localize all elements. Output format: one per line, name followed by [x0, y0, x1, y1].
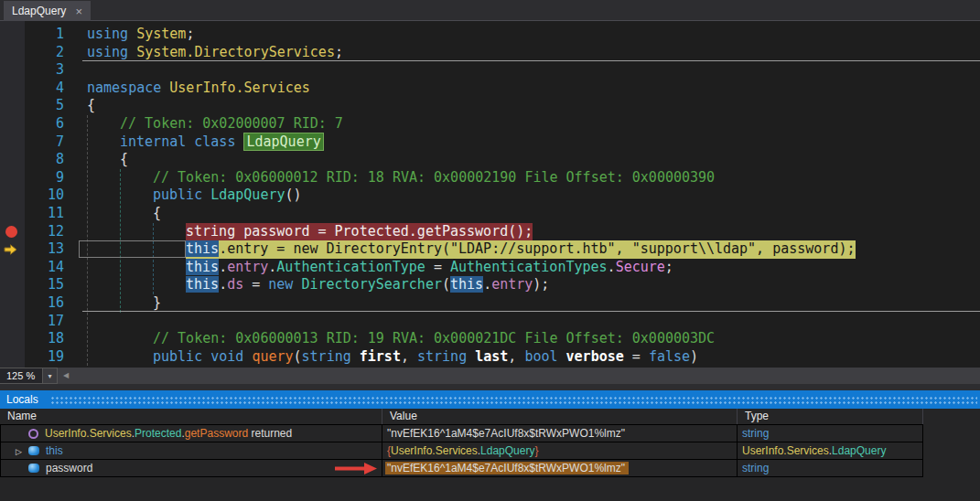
syntax-token: .: [219, 259, 227, 275]
syntax-token: password: [46, 462, 92, 474]
syntax-token: // Token: 0x02000007 RID: 7: [120, 115, 343, 132]
code-line-text: // Token: 0x06000013 RID: 19 RVA: 0x0000…: [153, 330, 715, 348]
syntax-token: first: [360, 348, 401, 365]
code-line-text: this.entry = new DirectoryEntry("LDAP://…: [186, 240, 856, 259]
syntax-token: LdapQuery: [832, 444, 886, 457]
line-number: 9: [0, 169, 64, 187]
code-line[interactable]: 1using System;: [0, 26, 980, 44]
code-line[interactable]: 10public LdapQuery(): [0, 187, 980, 205]
tab-ldapquery[interactable]: LdapQuery ×: [4, 1, 91, 21]
code-line[interactable]: 4namespace UserInfo.Services: [0, 80, 980, 98]
syntax-token: Secure: [616, 259, 665, 275]
locals-column-headers: Name Value Type: [0, 409, 923, 424]
locals-row[interactable]: UserInfo.Services.Protected.getPassword …: [0, 425, 923, 442]
locals-row[interactable]: password"nvEfEK16^1aM4$e7AcIUf8x$tRWxPWO…: [0, 460, 923, 477]
locals-name-cell: UserInfo.Services.Protected.getPassword …: [1, 425, 382, 442]
syntax-token: .: [483, 276, 491, 293]
code-line[interactable]: 13this.entry = new DirectoryEntry("LDAP:…: [0, 240, 980, 259]
syntax-token: namespace: [87, 80, 161, 96]
line-number: 4: [0, 80, 64, 98]
syntax-token: this: [186, 240, 219, 257]
locals-titlebar[interactable]: Locals: [0, 390, 980, 409]
syntax-token: ,: [401, 348, 417, 365]
code-line-text: {: [153, 205, 161, 223]
code-editor[interactable]: 1using System;2using System.DirectorySer…: [0, 21, 980, 368]
titlebar-grip-dots: [50, 396, 977, 406]
syntax-token: ;: [665, 259, 673, 275]
code-line[interactable]: 14this.entry.AuthenticationType = Authen…: [0, 259, 980, 277]
locals-title: Locals: [0, 393, 38, 406]
code-line[interactable]: 15this.ds = new DirectorySearcher(this.e…: [0, 276, 980, 294]
column-header-value[interactable]: Value: [382, 409, 738, 424]
syntax-token: entry: [227, 259, 268, 275]
code-line[interactable]: 3: [0, 61, 980, 80]
syntax-token: this: [186, 259, 219, 275]
code-line[interactable]: 9// Token: 0x06000012 RID: 18 RVA: 0x000…: [0, 169, 980, 187]
line-number: 16: [0, 294, 64, 313]
syntax-token: using: [87, 44, 128, 60]
code-line[interactable]: 18// Token: 0x06000013 RID: 19 RVA: 0x00…: [0, 330, 980, 348]
syntax-token: false: [649, 348, 690, 365]
code-line[interactable]: 11{: [0, 205, 980, 223]
syntax-token: // Token: 0x06000012 RID: 18 RVA: 0x0000…: [153, 169, 715, 186]
return-value-icon: [28, 429, 38, 439]
syntax-token: }: [534, 444, 538, 457]
column-header-type[interactable]: Type: [738, 409, 923, 424]
code-line[interactable]: 6// Token: 0x02000007 RID: 7: [0, 115, 980, 133]
zoom-level-value: 125 %: [6, 370, 35, 381]
syntax-token: string: [417, 348, 467, 365]
code-line[interactable]: 19public void query(string first, string…: [0, 348, 980, 367]
syntax-token: [128, 44, 136, 60]
syntax-token: (): [285, 187, 302, 203]
code-line[interactable]: 2using System.DirectoryServices;: [0, 44, 980, 62]
editor-bottom-bar: 125 % ▾ ◀: [0, 368, 980, 384]
horizontal-scrollbar[interactable]: ◀: [58, 368, 980, 384]
code-line[interactable]: 8{: [0, 151, 980, 169]
syntax-token: new: [268, 276, 293, 293]
syntax-token: [161, 80, 169, 96]
close-icon[interactable]: ×: [75, 5, 82, 17]
scroll-left-icon[interactable]: ◀: [63, 371, 69, 379]
syntax-token: {: [87, 97, 95, 113]
line-number: 10: [0, 187, 64, 205]
syntax-token: .: [608, 259, 616, 275]
syntax-token: [558, 348, 566, 365]
syntax-token: {: [120, 151, 128, 167]
expander-icon[interactable]: ▷: [16, 443, 28, 459]
line-number: 11: [0, 205, 64, 223]
line-number: 19: [0, 348, 64, 367]
code-line-text: {: [120, 151, 128, 169]
syntax-token: AuthenticationType: [276, 259, 425, 275]
locals-value-cell: "nvEfEK16^1aM4$e7AcIUf8x$tRWxPWO1%lmz": [382, 425, 738, 442]
syntax-token: public: [153, 348, 202, 365]
code-line[interactable]: 16}: [0, 294, 980, 313]
code-line[interactable]: 17: [0, 313, 980, 331]
zoom-dropdown-button[interactable]: ▾: [43, 368, 58, 384]
syntax-token: string: [742, 427, 769, 440]
syntax-token: LdapQuery: [480, 444, 534, 457]
code-line[interactable]: 7internal class LdapQuery: [0, 133, 980, 152]
zoom-level-control[interactable]: 125 %: [0, 368, 43, 384]
syntax-token: LdapQuery: [243, 133, 323, 151]
syntax-token: [202, 187, 210, 203]
locals-row[interactable]: ▷this{UserInfo.Services.LdapQuery}UserIn…: [0, 442, 923, 460]
code-line[interactable]: 5{: [0, 97, 980, 115]
syntax-token: using: [87, 26, 128, 42]
syntax-token: [467, 348, 475, 365]
line-number: 17: [0, 313, 64, 331]
locals-name-cell: ▷this: [1, 442, 382, 459]
syntax-token: "nvEfEK16^1aM4$e7AcIUf8x$tRWxPWO1%lmz": [387, 427, 625, 440]
syntax-token: this: [450, 276, 483, 293]
syntax-token: [186, 133, 194, 150]
code-line[interactable]: 12string password = Protected.getPasswor…: [0, 223, 980, 241]
locals-name-cell: password: [1, 460, 382, 476]
syntax-token: =: [624, 348, 649, 365]
syntax-token: UserInfo.Services: [169, 80, 310, 96]
syntax-token: verbose: [566, 348, 624, 365]
dnspy-window: LdapQuery × 1using System;2using System.…: [0, 0, 980, 501]
line-number: 3: [0, 61, 64, 80]
code-line-text: public void query(string first, string l…: [153, 348, 698, 367]
column-header-name[interactable]: Name: [0, 409, 382, 424]
syntax-token: UserInfo.Services: [45, 427, 132, 440]
locals-value-cell: "nvEfEK16^1aM4$e7AcIUf8x$tRWxPWO1%lmz": [382, 460, 738, 476]
